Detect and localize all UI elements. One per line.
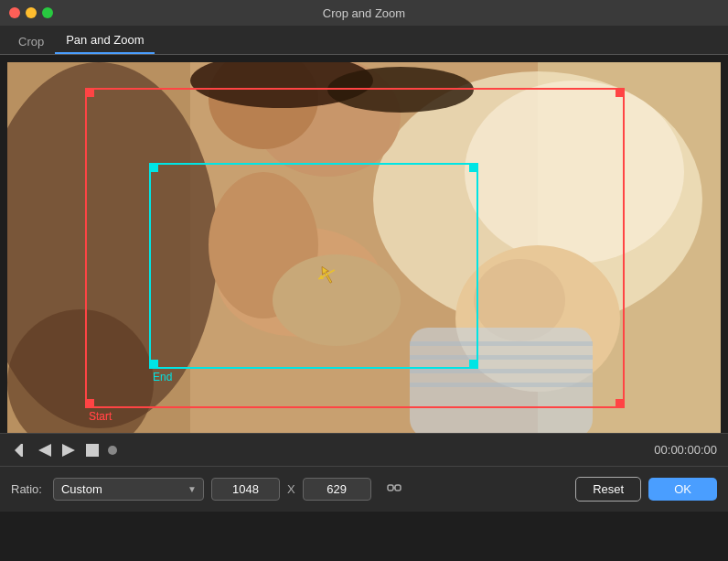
svg-rect-28 <box>86 444 99 457</box>
svg-marker-27 <box>62 444 75 457</box>
ok-button[interactable]: OK <box>648 478 717 501</box>
ratio-select-wrapper: Custom 16:9 4:3 1:1 9:16 ▼ <box>53 478 204 501</box>
svg-marker-23 <box>317 275 324 282</box>
timecode-display: 00:00:00:00 <box>654 443 717 457</box>
svg-rect-25 <box>21 444 23 457</box>
svg-rect-29 <box>388 485 393 491</box>
link-dimensions-icon[interactable] <box>386 480 402 500</box>
stop-button[interactable] <box>82 442 102 459</box>
svg-point-20 <box>327 67 474 113</box>
close-button[interactable] <box>9 7 20 18</box>
ratio-select[interactable]: Custom 16:9 4:3 1:1 9:16 <box>53 478 204 501</box>
play-backward-button[interactable] <box>35 442 55 459</box>
svg-rect-30 <box>395 485 401 491</box>
svg-rect-13 <box>410 341 593 346</box>
record-indicator <box>108 446 117 455</box>
traffic-lights <box>9 7 53 18</box>
svg-marker-24 <box>15 444 21 457</box>
photo-content <box>7 62 721 433</box>
play-button[interactable] <box>59 442 79 459</box>
svg-rect-14 <box>410 355 593 360</box>
x-separator: X <box>287 482 295 496</box>
svg-rect-16 <box>410 383 593 387</box>
prev-frame-button[interactable] <box>11 442 31 459</box>
reset-button[interactable]: Reset <box>575 477 641 502</box>
tab-crop[interactable]: Crop <box>7 29 55 54</box>
maximize-button[interactable] <box>42 7 53 18</box>
tab-pan-zoom[interactable]: Pan and Zoom <box>55 27 155 54</box>
preview-area: Start End <box>0 55 728 433</box>
height-input[interactable] <box>303 478 371 501</box>
titlebar: Crop and Zoom <box>0 0 728 26</box>
video-container[interactable]: Start End <box>7 62 721 433</box>
bottom-bar: Ratio: Custom 16:9 4:3 1:1 9:16 ▼ X Rese… <box>0 466 728 512</box>
window-title: Crop and Zoom <box>323 6 405 20</box>
svg-rect-15 <box>410 369 593 373</box>
svg-point-4 <box>465 81 684 264</box>
minimize-button[interactable] <box>26 7 37 18</box>
tabs-bar: Crop Pan and Zoom <box>0 26 728 55</box>
ratio-label: Ratio: <box>11 482 42 496</box>
width-input[interactable] <box>211 478 280 501</box>
controls-bar: 00:00:00:00 <box>0 433 728 466</box>
svg-marker-26 <box>38 444 51 457</box>
